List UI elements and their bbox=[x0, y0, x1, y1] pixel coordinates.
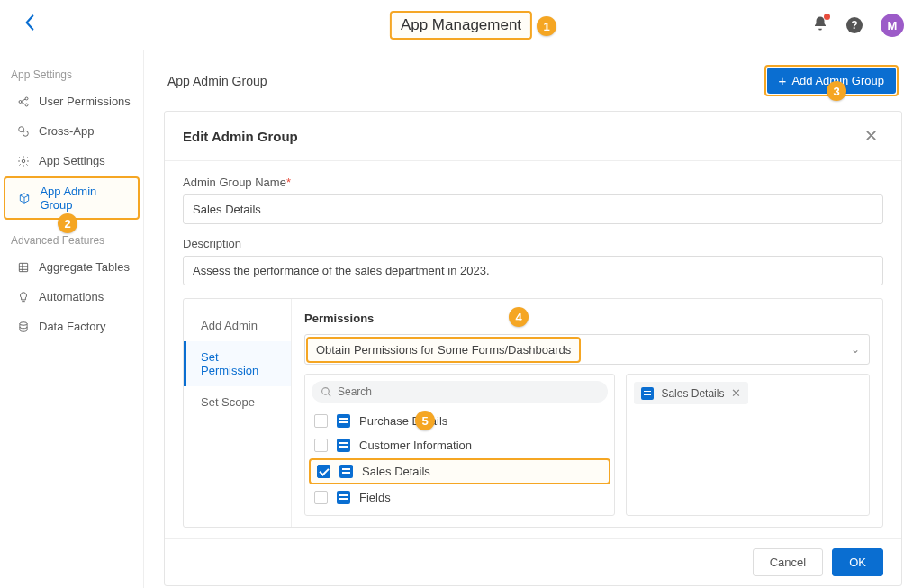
cube-icon bbox=[18, 192, 31, 205]
sidebar: App Settings User Permissions Cross-App … bbox=[0, 50, 144, 588]
annotation-1: 1 bbox=[537, 16, 556, 36]
tab-set-permission[interactable]: Set Permission bbox=[184, 341, 291, 386]
svg-point-0 bbox=[19, 100, 22, 103]
sidebar-section1-heading: App Settings bbox=[0, 58, 143, 86]
main-page-title: App Admin Group bbox=[167, 74, 267, 88]
annotation-5: 5 bbox=[415, 411, 435, 430]
cancel-button[interactable]: Cancel bbox=[753, 548, 823, 576]
tag-label: Sales Details bbox=[661, 387, 724, 400]
tab-add-admin[interactable]: Add Admin bbox=[184, 310, 291, 341]
admin-group-name-input[interactable] bbox=[183, 194, 883, 224]
sidebar-item-app-settings[interactable]: App Settings bbox=[0, 146, 143, 176]
sidebar-item-data-factory[interactable]: Data Factory bbox=[0, 312, 143, 341]
main-content: App Admin Group + Add Admin Group Edit A… bbox=[144, 50, 922, 588]
table-icon bbox=[16, 260, 30, 274]
permissions-title: Permissions bbox=[304, 312, 870, 325]
list-item[interactable]: Fields bbox=[305, 485, 614, 510]
page-title: App Management bbox=[390, 11, 532, 40]
admin-group-name-label: Admin Group Name* bbox=[183, 176, 883, 189]
sidebar-item-label: Cross-App bbox=[39, 124, 94, 138]
permissions-scope-select[interactable]: Obtain Permissions for Some Forms/Dashbo… bbox=[304, 334, 870, 365]
top-header: App Management ? M bbox=[0, 0, 922, 50]
checkbox[interactable] bbox=[317, 465, 330, 478]
svg-point-1 bbox=[25, 97, 28, 100]
description-label: Description bbox=[183, 237, 883, 250]
help-icon[interactable]: ? bbox=[846, 17, 863, 33]
sidebar-item-label: App Settings bbox=[39, 154, 105, 167]
edit-admin-group-panel: Edit Admin Group ✕ Admin Group Name* Des… bbox=[164, 111, 902, 586]
selected-forms-list: Sales Details ✕ bbox=[626, 374, 870, 516]
sidebar-item-label: App Admin Group bbox=[40, 185, 129, 212]
form-icon bbox=[337, 439, 350, 452]
chevron-down-icon: ⌄ bbox=[851, 343, 860, 356]
gear-icon bbox=[16, 154, 30, 167]
sidebar-item-aggregate-tables[interactable]: Aggregate Tables bbox=[0, 252, 143, 282]
avatar[interactable]: M bbox=[881, 14, 904, 37]
description-input[interactable] bbox=[183, 256, 883, 285]
form-icon bbox=[337, 414, 350, 428]
svg-point-4 bbox=[23, 131, 28, 136]
list-item[interactable]: Customer Information bbox=[305, 510, 614, 515]
panel-title: Edit Admin Group bbox=[183, 129, 298, 144]
list-item[interactable]: Customer Information bbox=[305, 433, 614, 457]
checkbox[interactable] bbox=[314, 414, 328, 428]
notifications-icon[interactable] bbox=[812, 15, 828, 35]
search-field[interactable] bbox=[312, 381, 608, 403]
annotation-4: 4 bbox=[509, 307, 529, 327]
form-icon bbox=[641, 387, 654, 400]
annotation-2: 2 bbox=[58, 213, 77, 233]
list-item-label: Sales Details bbox=[362, 465, 430, 478]
cross-app-icon bbox=[16, 124, 30, 138]
remove-tag-button[interactable]: ✕ bbox=[731, 386, 741, 400]
form-icon bbox=[337, 491, 350, 504]
svg-point-7 bbox=[19, 321, 26, 325]
list-item-label: Fields bbox=[359, 491, 391, 504]
permissions-scope-label: Obtain Permissions for Some Forms/Dashbo… bbox=[306, 337, 581, 363]
sidebar-item-label: User Permissions bbox=[39, 95, 131, 108]
lightbulb-icon bbox=[16, 290, 30, 303]
selected-tag: Sales Details ✕ bbox=[634, 382, 748, 404]
search-input[interactable] bbox=[338, 385, 599, 398]
list-item-label: Customer Information bbox=[359, 439, 472, 452]
list-item[interactable]: Purchase Details bbox=[305, 409, 614, 433]
close-button[interactable]: ✕ bbox=[859, 124, 883, 148]
svg-point-5 bbox=[22, 159, 25, 163]
form-icon bbox=[339, 465, 353, 478]
sidebar-item-cross-app[interactable]: Cross-App bbox=[0, 116, 143, 146]
sidebar-item-automations[interactable]: Automations bbox=[0, 282, 143, 312]
tab-set-scope[interactable]: Set Scope bbox=[184, 386, 291, 418]
sidebar-item-label: Aggregate Tables bbox=[39, 260, 130, 274]
sidebar-item-label: Automations bbox=[39, 290, 104, 303]
back-button[interactable] bbox=[16, 10, 43, 41]
sidebar-item-user-permissions[interactable]: User Permissions bbox=[0, 86, 143, 116]
available-forms-list: Purchase Details Customer Information bbox=[304, 374, 615, 516]
svg-point-3 bbox=[18, 126, 23, 131]
list-item[interactable]: Sales Details bbox=[309, 458, 610, 484]
annotation-3: 3 bbox=[827, 81, 846, 101]
sidebar-item-label: Data Factory bbox=[39, 320, 105, 333]
notification-dot bbox=[824, 14, 830, 20]
sidebar-item-app-admin-group[interactable]: App Admin Group bbox=[4, 176, 140, 220]
ok-button[interactable]: OK bbox=[832, 548, 883, 576]
svg-point-2 bbox=[25, 104, 28, 106]
search-icon bbox=[321, 386, 332, 398]
plus-icon: + bbox=[779, 74, 787, 87]
svg-rect-6 bbox=[19, 263, 27, 271]
tab-list: Add Admin Set Permission Set Scope bbox=[184, 299, 292, 527]
database-icon bbox=[16, 320, 30, 333]
share-icon bbox=[16, 95, 30, 108]
checkbox[interactable] bbox=[314, 491, 328, 504]
checkbox[interactable] bbox=[314, 439, 328, 452]
